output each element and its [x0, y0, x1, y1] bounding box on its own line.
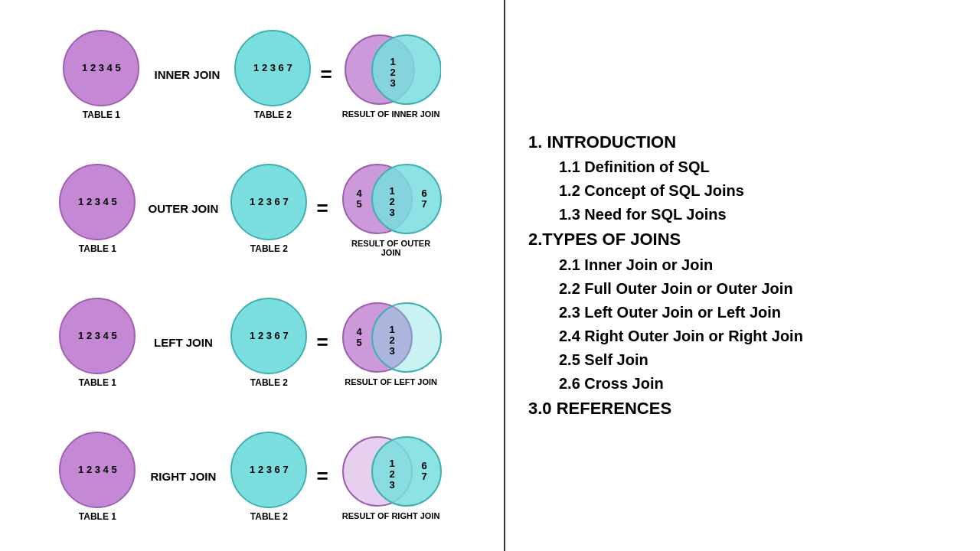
left-table2-numbers: 1 2 3 6 7 — [250, 330, 289, 341]
svg-text:3: 3 — [389, 207, 394, 218]
svg-text:5: 5 — [356, 337, 361, 348]
svg-text:1: 1 — [389, 185, 394, 197]
svg-text:6: 6 — [421, 460, 426, 471]
left-table1-circle: 1 2 3 4 5 — [59, 298, 136, 374]
inner-join-row: 1 2 3 4 5 TABLE 1 INNER JOIN 1 2 3 6 7 T… — [8, 11, 496, 139]
toc-item-1-2: 1.2 Concept of SQL Joins — [528, 179, 957, 203]
right-table1-label: TABLE 1 — [79, 511, 116, 522]
svg-text:3: 3 — [389, 345, 394, 357]
svg-text:7: 7 — [421, 198, 426, 210]
toc-item-2-2: 2.2 Full Outer Join or Outer Join — [528, 277, 957, 301]
toc-item-2-3: 2.3 Left Outer Join or Left Join — [528, 301, 957, 324]
right-result-container: 1 2 3 6 7 RESULT OF RIGHT JOIN — [338, 433, 445, 520]
toc-item-2-6: 2.6 Cross Join — [528, 372, 957, 396]
toc-item-2: 2.TYPES OF JOINS — [528, 227, 957, 253]
inner-join-label: INNER JOIN — [149, 68, 225, 81]
outer-join-label: OUTER JOIN — [145, 202, 221, 215]
right-table1-container: 1 2 3 4 5 TABLE 1 — [59, 432, 136, 522]
svg-text:2: 2 — [389, 468, 394, 480]
svg-text:4: 4 — [356, 187, 362, 199]
right-equals: = — [316, 465, 328, 488]
toc-item-2-5: 2.5 Self Join — [528, 348, 957, 372]
svg-point-22 — [372, 437, 441, 506]
left-panel: 1 2 3 4 5 TABLE 1 INNER JOIN 1 2 3 6 7 T… — [0, 0, 505, 551]
toc-item-1-1: 1.1 Definition of SQL — [528, 155, 957, 179]
left-table1-label: TABLE 1 — [79, 377, 116, 388]
svg-text:5: 5 — [356, 198, 361, 210]
left-result-container: 4 5 1 2 3 RESULT OF LEFT JOIN — [338, 299, 445, 386]
svg-text:7: 7 — [421, 471, 426, 482]
svg-text:4: 4 — [356, 326, 362, 337]
outer-result-container: 4 5 1 2 3 6 7 RESULT OF OUTERJOIN — [338, 161, 445, 257]
inner-table2-circle: 1 2 3 6 7 — [234, 30, 311, 106]
left-join-row: 1 2 3 4 5 TABLE 1 LEFT JOIN 1 2 3 6 7 TA… — [8, 279, 496, 407]
toc-item-1-3: 1.3 Need for SQL Joins — [528, 203, 957, 227]
right-venn-svg: 1 2 3 6 7 — [338, 433, 445, 510]
inner-table2-container: 1 2 3 6 7 TABLE 2 — [234, 30, 311, 120]
svg-text:1: 1 — [389, 458, 394, 469]
outer-join-row: 1 2 3 4 5 TABLE 1 OUTER JOIN 1 2 3 6 7 T… — [8, 145, 496, 273]
inner-table1-container: 1 2 3 4 5 TABLE 1 — [63, 30, 139, 120]
outer-equals: = — [316, 197, 328, 220]
right-join-row: 1 2 3 4 5 TABLE 1 RIGHT JOIN 1 2 3 6 7 T… — [8, 412, 496, 541]
right-table1-numbers: 1 2 3 4 5 — [78, 464, 117, 475]
outer-venn-svg: 4 5 1 2 3 6 7 — [338, 161, 445, 237]
right-table2-container: 1 2 3 6 7 TABLE 2 — [230, 432, 307, 522]
left-table2-circle: 1 2 3 6 7 — [230, 298, 307, 374]
inner-result-container: 1 2 3 RESULT OF INNER JOIN — [341, 31, 441, 119]
left-equals: = — [316, 331, 328, 354]
left-result-label: RESULT OF LEFT JOIN — [345, 377, 437, 386]
outer-table2-circle: 1 2 3 6 7 — [230, 164, 307, 240]
outer-table2-container: 1 2 3 6 7 TABLE 2 — [230, 164, 307, 254]
outer-table1-circle: 1 2 3 4 5 — [59, 164, 136, 240]
outer-table1-label: TABLE 1 — [79, 243, 116, 254]
inner-equals: = — [320, 63, 332, 86]
svg-text:1: 1 — [390, 56, 395, 67]
right-table1-circle: 1 2 3 4 5 — [59, 432, 136, 508]
toc-item-2-1: 2.1 Inner Join or Join — [528, 253, 957, 277]
right-panel: 1. INTRODUCTION 1.1 Definition of SQL 1.… — [505, 0, 980, 551]
inner-result-label: RESULT OF INNER JOIN — [342, 109, 440, 119]
svg-text:2: 2 — [390, 67, 395, 78]
right-table2-circle: 1 2 3 6 7 — [230, 432, 307, 508]
outer-table1-numbers: 1 2 3 4 5 — [78, 196, 117, 207]
svg-point-1 — [372, 35, 441, 104]
inner-table1-circle: 1 2 3 4 5 — [63, 30, 139, 106]
svg-point-6 — [372, 165, 441, 233]
toc-item-3: 3.0 REFERENCES — [528, 396, 957, 422]
svg-text:6: 6 — [421, 187, 426, 199]
toc-item-2-4: 2.4 Right Outer Join or Right Join — [528, 324, 957, 348]
svg-text:1: 1 — [389, 324, 394, 335]
inner-table1-numbers: 1 2 3 4 5 — [82, 62, 121, 73]
svg-text:3: 3 — [389, 479, 394, 491]
outer-table2-label: TABLE 2 — [250, 243, 288, 254]
left-table1-numbers: 1 2 3 4 5 — [78, 330, 117, 341]
left-venn-svg: 4 5 1 2 3 — [338, 299, 445, 376]
left-table2-label: TABLE 2 — [250, 377, 288, 388]
left-table1-container: 1 2 3 4 5 TABLE 1 — [59, 298, 136, 388]
outer-table1-container: 1 2 3 4 5 TABLE 1 — [59, 164, 136, 254]
left-table2-container: 1 2 3 6 7 TABLE 2 — [230, 298, 307, 388]
outer-table2-numbers: 1 2 3 6 7 — [250, 196, 289, 207]
inner-table1-label: TABLE 1 — [83, 109, 120, 120]
right-join-label: RIGHT JOIN — [145, 470, 221, 483]
right-table2-numbers: 1 2 3 6 7 — [250, 464, 289, 475]
svg-text:2: 2 — [389, 334, 394, 346]
svg-text:3: 3 — [390, 77, 395, 89]
right-table2-label: TABLE 2 — [250, 511, 288, 522]
left-join-label: LEFT JOIN — [145, 336, 221, 349]
svg-point-15 — [372, 303, 441, 372]
inner-table2-label: TABLE 2 — [254, 109, 292, 120]
svg-text:2: 2 — [389, 196, 394, 207]
outer-result-label: RESULT OF OUTERJOIN — [351, 239, 430, 257]
inner-venn-svg: 1 2 3 — [341, 31, 441, 108]
right-result-label: RESULT OF RIGHT JOIN — [342, 511, 440, 520]
toc-list: 1. INTRODUCTION 1.1 Definition of SQL 1.… — [528, 129, 957, 421]
toc-item-1: 1. INTRODUCTION — [528, 129, 957, 155]
inner-table2-numbers: 1 2 3 6 7 — [253, 62, 292, 73]
